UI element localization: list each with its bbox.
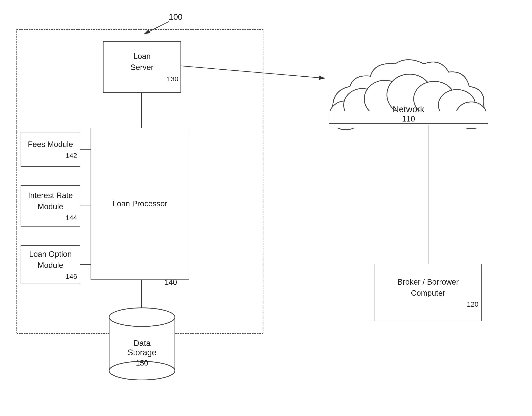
network-label: Network xyxy=(393,104,425,114)
svg-point-11 xyxy=(109,308,175,326)
server-to-network-line xyxy=(181,66,325,78)
diagram: 100 LoanServer 130 Loan Processor 140 Fe… xyxy=(0,0,532,416)
data-storage-label: Data xyxy=(133,339,151,348)
data-storage-ref: 150 xyxy=(136,359,148,367)
svg-text:Storage: Storage xyxy=(128,348,156,357)
network-ref: 110 xyxy=(402,115,415,123)
ref-100-arrow xyxy=(144,22,169,34)
svg-connectors: Network 110 Data Storage 150 xyxy=(0,0,532,416)
